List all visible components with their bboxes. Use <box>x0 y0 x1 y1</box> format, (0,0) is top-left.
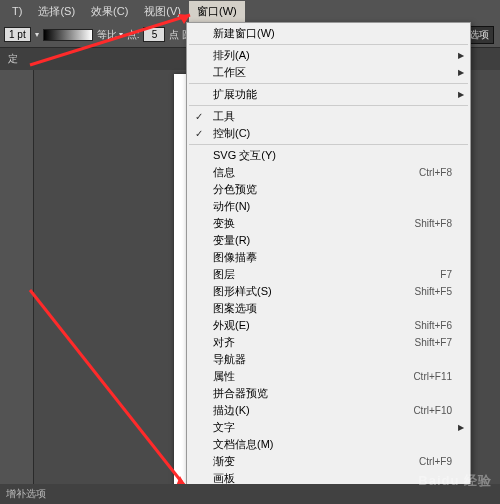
menu-separator <box>189 105 468 106</box>
menu-item[interactable]: 变换Shift+F8 <box>187 215 470 232</box>
menu-item-label: 描边(K) <box>213 403 413 418</box>
menu-item[interactable]: 新建窗口(W) <box>187 25 470 42</box>
menu-item[interactable]: 导航器 <box>187 351 470 368</box>
menu-item-label: 图像描摹 <box>213 250 452 265</box>
menu-item[interactable]: 对齐Shift+F7 <box>187 334 470 351</box>
menu-item-label: 文字 <box>213 420 452 435</box>
menu-item-label: 动作(N) <box>213 199 452 214</box>
menu-item[interactable]: 信息Ctrl+F8 <box>187 164 470 181</box>
menu-item-label: 属性 <box>213 369 413 384</box>
menu-item-label: 对齐 <box>213 335 414 350</box>
menu-shortcut: Shift+F6 <box>414 320 452 331</box>
menu-item[interactable]: 工作区▶ <box>187 64 470 81</box>
menu-item-label: SVG 交互(Y) <box>213 148 452 163</box>
menu-item[interactable]: SVG 交互(Y) <box>187 147 470 164</box>
stroke-weight-field[interactable]: 1 pt <box>4 27 31 42</box>
menu-item[interactable]: T) <box>4 2 30 20</box>
menu-item-label: 图层 <box>213 267 440 282</box>
menu-item-label: 图案选项 <box>213 301 452 316</box>
menu-item-window[interactable]: 窗口(W) <box>189 1 245 22</box>
check-icon: ✓ <box>195 111 203 122</box>
menu-item-label: 新建窗口(W) <box>213 26 452 41</box>
menu-shortcut: Ctrl+F11 <box>413 371 452 382</box>
menu-item-label: 分色预览 <box>213 182 452 197</box>
submenu-arrow-icon: ▶ <box>458 68 464 77</box>
menu-item[interactable]: 扩展功能▶ <box>187 86 470 103</box>
menu-item-label: 文档信息(M) <box>213 437 452 452</box>
menu-shortcut: F7 <box>440 269 452 280</box>
menu-item[interactable]: 文字▶ <box>187 419 470 436</box>
check-icon: ✓ <box>195 128 203 139</box>
menu-item[interactable]: 图案选项 <box>187 300 470 317</box>
menu-item[interactable]: 拼合器预览 <box>187 385 470 402</box>
menubar: T) 选择(S) 效果(C) 视图(V) 窗口(W) <box>0 0 500 22</box>
menu-item-label: 拼合器预览 <box>213 386 452 401</box>
menu-item[interactable]: 渐变Ctrl+F9 <box>187 453 470 470</box>
menu-shortcut: Ctrl+F9 <box>419 456 452 467</box>
menu-item[interactable]: 文档信息(M) <box>187 436 470 453</box>
menu-item[interactable]: 外观(E)Shift+F6 <box>187 317 470 334</box>
menu-item[interactable]: 属性Ctrl+F11 <box>187 368 470 385</box>
menu-separator <box>189 144 468 145</box>
menu-item[interactable]: 图像描摹 <box>187 249 470 266</box>
stroke-mode-dropdown[interactable]: 等比▾ <box>97 28 123 42</box>
menu-shortcut: Shift+F7 <box>414 337 452 348</box>
menu-item[interactable]: 图形样式(S)Shift+F5 <box>187 283 470 300</box>
menu-shortcut: Ctrl+F10 <box>413 405 452 416</box>
menu-item[interactable]: 排列(A)▶ <box>187 47 470 64</box>
menu-item-label: 图形样式(S) <box>213 284 414 299</box>
menu-item[interactable]: 图层F7 <box>187 266 470 283</box>
menu-item[interactable]: ✓工具 <box>187 108 470 125</box>
menu-item-label: 导航器 <box>213 352 452 367</box>
stroke-gradient-swatch[interactable] <box>43 29 93 41</box>
submenu-arrow-icon: ▶ <box>458 51 464 60</box>
menu-item-label: 扩展功能 <box>213 87 452 102</box>
menu-item[interactable]: 视图(V) <box>136 1 189 22</box>
menu-separator <box>189 83 468 84</box>
tools-panel[interactable] <box>0 70 34 504</box>
document-tab[interactable]: 定 <box>8 52 18 66</box>
menu-separator <box>189 44 468 45</box>
window-menu-dropdown: 新建窗口(W)排列(A)▶工作区▶扩展功能▶✓工具✓控制(C)SVG 交互(Y)… <box>186 22 471 504</box>
menu-shortcut: Ctrl+F8 <box>419 167 452 178</box>
menu-item-label: 信息 <box>213 165 419 180</box>
menu-item-label: 工具 <box>213 109 452 124</box>
points-label: 点: <box>127 28 140 42</box>
menu-shortcut: Shift+F5 <box>414 286 452 297</box>
menu-shortcut: Shift+F8 <box>414 218 452 229</box>
menu-item-label: 排列(A) <box>213 48 452 63</box>
menu-item[interactable]: 分色预览 <box>187 181 470 198</box>
menu-item[interactable]: 描边(K)Ctrl+F10 <box>187 402 470 419</box>
chevron-down-icon[interactable]: ▾ <box>35 30 39 39</box>
menu-item-label: 变量(R) <box>213 233 452 248</box>
menu-item-label: 渐变 <box>213 454 419 469</box>
menu-item[interactable]: ✓控制(C) <box>187 125 470 142</box>
menu-item-label: 控制(C) <box>213 126 452 141</box>
menu-item-label: 外观(E) <box>213 318 414 333</box>
submenu-arrow-icon: ▶ <box>458 423 464 432</box>
menu-item[interactable]: 选择(S) <box>30 1 83 22</box>
menu-item-label: 变换 <box>213 216 414 231</box>
points-field[interactable]: 5 <box>143 27 165 42</box>
submenu-arrow-icon: ▶ <box>458 90 464 99</box>
bottom-bar: 增补选项 <box>0 484 500 504</box>
menu-item-label: 工作区 <box>213 65 452 80</box>
menu-item[interactable]: 效果(C) <box>83 1 136 22</box>
bottom-label: 增补选项 <box>6 487 46 501</box>
menu-item[interactable]: 动作(N) <box>187 198 470 215</box>
menu-item[interactable]: 变量(R) <box>187 232 470 249</box>
